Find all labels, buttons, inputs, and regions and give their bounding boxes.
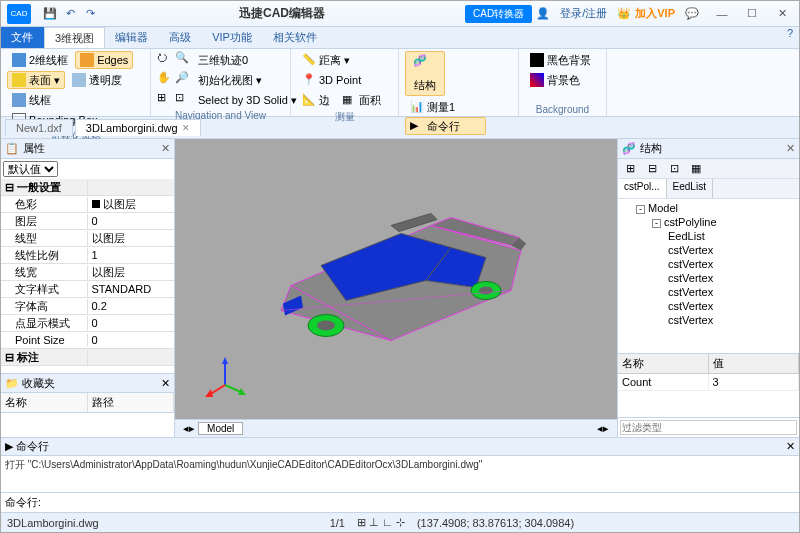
status-page: 1/1 xyxy=(330,517,345,529)
zoom-icon[interactable]: 🔍 xyxy=(175,51,191,69)
structure-close-icon[interactable]: ✕ xyxy=(786,142,795,155)
status-snap-icons[interactable]: ⊞ ⊥ ∟ ⊹ xyxy=(357,516,405,529)
folder-icon: 📁 xyxy=(5,377,19,390)
close-button[interactable]: ✕ xyxy=(769,4,795,24)
tab-vip[interactable]: VIP功能 xyxy=(202,27,263,48)
btn-black-bg[interactable]: 黑色背景 xyxy=(525,51,596,69)
structure-icon: 🧬 xyxy=(622,142,636,155)
cmd-close-icon[interactable]: ✕ xyxy=(786,440,795,453)
right-panel: 🧬 结构 ✕ ⊞ ⊟ ⊡ ▦ cstPol... EedList -Model … xyxy=(617,139,799,437)
ribbon-tabs: 文件 3维视图 编辑器 高级 VIP功能 相关软件 ? xyxy=(1,27,799,49)
btn-surface[interactable]: 表面▾ xyxy=(7,71,65,89)
qat-undo-icon[interactable]: ↶ xyxy=(61,5,79,23)
properties-close-icon[interactable]: ✕ xyxy=(161,142,170,155)
cad-converter-badge[interactable]: CAD转换器 xyxy=(465,5,532,23)
vp-scroll-right[interactable]: ▸ xyxy=(603,422,609,435)
btn-select-solid[interactable]: Select by 3D Solid▾ xyxy=(193,91,302,109)
btn-bg-color[interactable]: 背景色 xyxy=(525,71,596,89)
qat-save-icon[interactable]: 💾 xyxy=(41,5,59,23)
command-prompt: 命令行: xyxy=(5,495,41,510)
tab-cstpol[interactable]: cstPol... xyxy=(618,179,667,198)
favorites-list[interactable] xyxy=(1,413,174,437)
group-label-measure: 测量 xyxy=(297,109,392,125)
command-input-row: 命令行: xyxy=(1,492,799,512)
property-grid[interactable]: ⊟ 一般设置 色彩以图层 图层0 线型以图层 线性比例1 线宽以图层 文字样式S… xyxy=(1,179,174,373)
file-menu[interactable]: 文件 xyxy=(1,27,44,48)
structure-toolbar: ⊞ ⊟ ⊡ ▦ xyxy=(618,159,799,179)
vip-link[interactable]: 加入VIP xyxy=(635,6,675,21)
tab-3d-view[interactable]: 3维视图 xyxy=(44,27,105,48)
command-log[interactable]: 打开 "C:\Users\Administrator\AppData\Roami… xyxy=(1,456,799,492)
orbit-icon[interactable]: ⭮ xyxy=(157,51,173,69)
doc-tab-new1[interactable]: New1.dxf xyxy=(5,119,73,136)
fav-col-name: 名称 xyxy=(1,393,88,412)
structure-header: 🧬 结构 ✕ xyxy=(618,139,799,159)
btn-3d-point[interactable]: 📍3D Point xyxy=(297,71,366,89)
tool-icon-2[interactable]: ⊟ xyxy=(644,161,660,177)
model-tab[interactable]: Model xyxy=(198,422,243,435)
car-model[interactable] xyxy=(241,186,551,356)
structure-detail-grid[interactable]: 名称值 Count3 xyxy=(618,353,799,417)
status-bar: 3DLamborgini.dwg 1/1 ⊞ ⊥ ∟ ⊹ (137.4908; … xyxy=(1,512,799,532)
tool-icon-3[interactable]: ⊡ xyxy=(666,161,682,177)
favorites-header[interactable]: 📁 收藏夹 ✕ xyxy=(1,373,174,393)
btn-distance[interactable]: 📏距离▾ xyxy=(297,51,355,69)
user-icon: 👤 xyxy=(536,7,550,20)
ribbon: 2维线框 Edges 表面▾ 透明度 线框 Bounding Box 可视化风格… xyxy=(1,49,799,117)
tab-advanced[interactable]: 高级 xyxy=(159,27,202,48)
qat-redo-icon[interactable]: ↷ xyxy=(81,5,99,23)
properties-title: 属性 xyxy=(23,141,157,156)
favorites-columns: 名称 路径 xyxy=(1,393,174,413)
doc-tab-lamborgini[interactable]: 3DLamborgini.dwg✕ xyxy=(75,119,201,136)
document-tabs: New1.dxf 3DLamborgini.dwg✕ xyxy=(1,117,799,139)
btn-transparency[interactable]: 透明度 xyxy=(67,71,127,89)
command-input[interactable] xyxy=(45,497,795,509)
maximize-button[interactable]: ☐ xyxy=(739,4,765,24)
btn-cmdline[interactable]: ▶命令行 xyxy=(405,117,486,135)
btn-init-view[interactable]: 初始化视图▾ xyxy=(193,71,267,89)
quick-access-toolbar: 💾 ↶ ↷ xyxy=(41,5,99,23)
svg-point-6 xyxy=(317,321,335,331)
vp-nav-right[interactable]: ▸ xyxy=(189,422,195,435)
tab-editor[interactable]: 编辑器 xyxy=(105,27,159,48)
btn-structure-big[interactable]: 🧬 结构 xyxy=(405,51,445,96)
properties-icon: 📋 xyxy=(5,142,19,155)
filter-input[interactable] xyxy=(620,420,797,435)
viewport[interactable]: ◂ ▸ Model ◂ ▸ xyxy=(175,139,617,437)
zoom2-icon[interactable]: 🔎 xyxy=(175,71,191,89)
btn-measure1[interactable]: 📊测量1 xyxy=(405,98,486,116)
view-icon[interactable]: ⊞ xyxy=(157,91,173,109)
btn-area[interactable]: ▦面积 xyxy=(337,91,386,109)
login-link[interactable]: 登录/注册 xyxy=(560,6,607,21)
favorites-close-icon[interactable]: ✕ xyxy=(161,377,170,390)
cmd-icon: ▶ xyxy=(5,440,13,453)
view2-icon[interactable]: ⊡ xyxy=(175,91,191,109)
close-tab-icon[interactable]: ✕ xyxy=(182,123,190,133)
tool-icon-4[interactable]: ▦ xyxy=(688,161,704,177)
property-selector[interactable]: 默认值 xyxy=(3,161,58,177)
axis-gizmo[interactable] xyxy=(203,355,247,399)
feedback-icon[interactable]: 💬 xyxy=(679,4,705,24)
btn-edge[interactable]: 📐边 xyxy=(297,91,335,109)
btn-3d-orbit[interactable]: 三维轨迹0 xyxy=(193,51,253,69)
left-panel: 📋 属性 ✕ 默认值 ⊟ 一般设置 色彩以图层 图层0 线型以图层 线性比例1 … xyxy=(1,139,175,437)
btn-2d-wireframe[interactable]: 2维线框 xyxy=(7,51,73,69)
group-label-background: Background xyxy=(525,103,600,116)
tool-icon-1[interactable]: ⊞ xyxy=(622,161,638,177)
btn-edges[interactable]: Edges xyxy=(75,51,133,69)
app-logo: CAD xyxy=(7,4,31,24)
dna-icon: 🧬 xyxy=(413,54,437,78)
svg-marker-14 xyxy=(222,357,228,364)
structure-tree[interactable]: -Model -cstPolyline EedList cstVertex cs… xyxy=(618,199,799,353)
btn-wireframe[interactable]: 线框 xyxy=(7,91,56,109)
pan-icon[interactable]: ✋ xyxy=(157,71,173,89)
work-area: 📋 属性 ✕ 默认值 ⊟ 一般设置 色彩以图层 图层0 线型以图层 线性比例1 … xyxy=(1,139,799,437)
status-filename: 3DLamborgini.dwg xyxy=(7,517,99,529)
minimize-button[interactable]: — xyxy=(709,4,735,24)
3d-canvas[interactable] xyxy=(183,147,609,411)
tab-related[interactable]: 相关软件 xyxy=(263,27,328,48)
help-icon[interactable]: ? xyxy=(781,27,799,48)
svg-marker-18 xyxy=(205,389,213,397)
window-title: 迅捷CAD编辑器 xyxy=(99,5,465,22)
tab-eedlist[interactable]: EedList xyxy=(667,179,713,198)
